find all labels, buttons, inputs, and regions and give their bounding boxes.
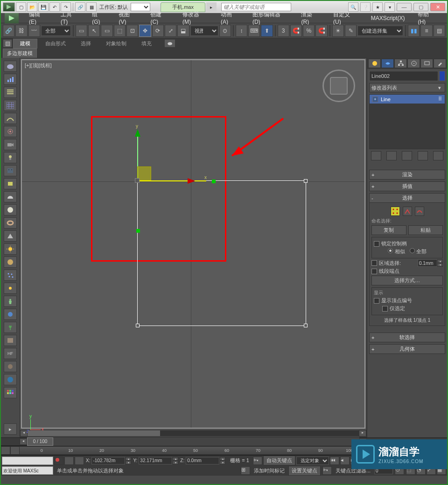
blue-sphere-icon[interactable]	[4, 374, 17, 385]
viewcube[interactable]	[322, 69, 355, 102]
help-icon[interactable]: ❔	[360, 2, 371, 12]
torus-icon[interactable]	[4, 217, 17, 229]
menu-edit[interactable]: 编辑(E)	[22, 11, 54, 25]
named-sel-sets-icon[interactable]: ☀	[332, 25, 344, 37]
time-slider-thumb[interactable]: 0 / 100	[27, 437, 53, 446]
section-header-selection[interactable]: -选择	[369, 193, 445, 203]
abs-rel-icon[interactable]	[75, 457, 84, 465]
snap-toggle-icon[interactable]: ⬆	[261, 25, 273, 37]
polygon-modeling-panel[interactable]: 多边形建模	[3, 48, 37, 58]
snap-angle-icon[interactable]: 🧲	[290, 25, 302, 37]
window-crossing-icon[interactable]: ⊡	[126, 25, 138, 37]
set-key-button[interactable]: 设置关键点	[288, 466, 321, 476]
expand-icon[interactable]: ▸	[4, 423, 17, 435]
show-end-result-icon[interactable]	[386, 151, 397, 160]
dropdown-icon[interactable]: ▾	[385, 2, 395, 12]
sphere-icon[interactable]	[4, 204, 17, 215]
link-tool-icon[interactable]: 🔗	[3, 25, 14, 37]
planet-icon[interactable]	[4, 361, 17, 372]
link-icon[interactable]: 🔗	[75, 2, 85, 12]
stack-item-menu-icon[interactable]: ⠿	[438, 96, 442, 102]
application-button[interactable]	[5, 13, 19, 23]
save-icon[interactable]: 💾	[38, 2, 49, 12]
coord-y-input[interactable]	[139, 457, 172, 464]
graph-icon[interactable]	[4, 74, 17, 85]
hierarchy-tab-icon[interactable]	[394, 59, 407, 68]
segment-subobj-icon[interactable]	[403, 207, 412, 216]
area-value-input[interactable]	[418, 259, 437, 267]
spinner-down-icon[interactable]: ▾	[437, 263, 443, 267]
expand-icon[interactable]: +	[372, 97, 378, 102]
ribbon-collapse-icon[interactable]: ⬬	[164, 39, 175, 48]
unlink-tool-icon[interactable]: ⛓	[15, 25, 27, 37]
viewport-hscroll[interactable]: ◂ ▸	[20, 430, 366, 437]
object-name-input[interactable]	[369, 71, 438, 81]
time-tag-icon[interactable]: ⊞	[241, 466, 250, 475]
remove-modifier-icon[interactable]	[418, 151, 428, 160]
layers-icon[interactable]: ▤	[434, 25, 445, 37]
particles-icon[interactable]	[4, 270, 17, 281]
hf-icon[interactable]: HF	[4, 348, 17, 359]
modifier-list-dropdown[interactable]: 修改器列表 ▾	[369, 83, 445, 92]
redo-icon[interactable]: ↷	[61, 2, 71, 12]
undo-icon[interactable]: ↶	[49, 2, 60, 12]
vertex-subobj-icon[interactable]	[391, 207, 400, 216]
align-icon[interactable]: ≡	[420, 25, 432, 37]
paste-button[interactable]: 粘贴	[408, 225, 443, 235]
menu-help[interactable]: 帮助(H)	[411, 11, 443, 25]
bind-tool-icon[interactable]: 〰	[28, 25, 40, 37]
person-icon[interactable]	[4, 296, 17, 307]
mirror-icon[interactable]: ▮▮	[408, 25, 420, 37]
selection-filter-select[interactable]: 全部	[41, 26, 71, 36]
coord-z-input[interactable]	[186, 457, 219, 464]
favorite-icon[interactable]: ★	[372, 2, 383, 12]
menu-group[interactable]: 组(G)	[85, 11, 112, 25]
object-color-swatch[interactable]	[439, 71, 445, 81]
box-icon[interactable]	[4, 178, 17, 189]
modifier-stack[interactable]: + Line ⠿	[369, 94, 445, 149]
maximize-button[interactable]: ▢	[413, 3, 428, 11]
modify-tab-icon[interactable]	[381, 59, 394, 68]
place-tool-icon[interactable]: ⬓	[177, 25, 189, 37]
select-cursor-icon[interactable]: ↖	[88, 25, 100, 37]
scale-tool-icon[interactable]: ⤢	[165, 25, 176, 37]
time-slider-left-icon[interactable]: ◂	[20, 438, 27, 445]
rotate-tool-icon[interactable]: ⟳	[152, 25, 164, 37]
trackbar-toggle-icon[interactable]	[1, 446, 10, 455]
search-icon[interactable]: 🔍	[348, 2, 358, 12]
maxscript-listener[interactable]: 欢迎使用 MAXSc	[2, 466, 53, 475]
selected-object-select[interactable]: 选定对象	[296, 457, 329, 465]
snap-spinner-icon[interactable]: 🧲	[315, 25, 327, 37]
key-toggle-icon[interactable]	[54, 457, 63, 465]
pivot-center-icon[interactable]: ⊙	[219, 25, 231, 37]
close-button[interactable]: ✕	[430, 3, 445, 11]
minimize-button[interactable]: —	[397, 3, 412, 11]
light-icon[interactable]	[4, 152, 17, 163]
ribbon-toggle-icon[interactable]: ▤	[3, 39, 12, 48]
snap-3-icon[interactable]: 3	[278, 25, 289, 37]
sun-icon[interactable]	[4, 243, 17, 255]
menu-view[interactable]: 视图(V)	[112, 11, 144, 25]
menu-create[interactable]: 创建(C)	[144, 11, 176, 25]
menu-animation[interactable]: 动画(A)	[214, 11, 246, 25]
section-header-render[interactable]: +渲染	[369, 170, 445, 180]
vertex-handle[interactable]	[136, 324, 140, 327]
menu-modifier[interactable]: 修改器(M)	[176, 11, 214, 25]
prev-frame-icon[interactable]: ◂	[340, 457, 350, 465]
goto-start-icon[interactable]: ⏮	[330, 457, 339, 465]
motion-tab-icon[interactable]	[407, 59, 420, 68]
explode-icon[interactable]	[4, 283, 17, 294]
texture-icon[interactable]	[4, 335, 17, 346]
tab-object-paint[interactable]: 对象绘制	[99, 39, 133, 48]
only-selected-checkbox[interactable]	[382, 306, 388, 312]
create-tab-icon[interactable]	[368, 59, 381, 68]
tab-populate[interactable]: 填充	[134, 39, 159, 48]
add-time-marker[interactable]: 添加时间标记	[252, 467, 287, 474]
edit-named-sel-icon[interactable]: ✎	[345, 25, 357, 37]
similar-radio[interactable]	[388, 248, 393, 253]
menu-render[interactable]: 渲染(R)	[294, 11, 327, 25]
move-tool-icon[interactable]: ✥	[139, 25, 151, 37]
menu-maxscript[interactable]: MAXScript(X)	[364, 15, 412, 21]
menu-customize[interactable]: 自定义(U)	[327, 11, 364, 25]
tab-modeling[interactable]: 建模	[13, 39, 37, 48]
